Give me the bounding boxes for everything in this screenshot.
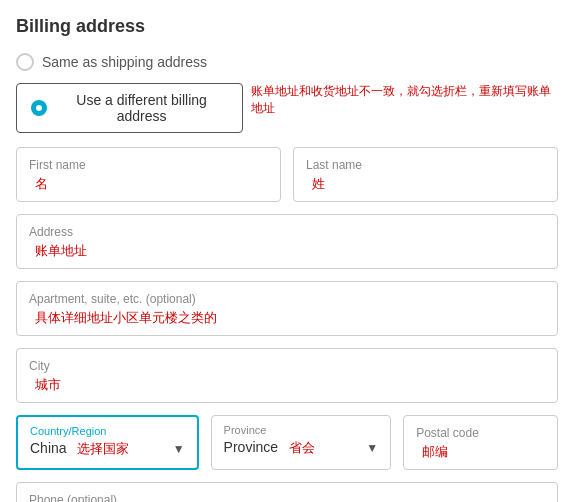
different-billing-hint: 账单地址和收货地址不一致，就勾选折栏，重新填写账单地址 — [251, 83, 558, 117]
phone-label: Phone (optional) — [29, 493, 545, 502]
first-name-label: First name — [29, 158, 268, 172]
first-name-hint: 名 — [35, 176, 48, 191]
postal-hint: 邮编 — [422, 444, 448, 459]
country-value: China — [30, 440, 67, 456]
selected-radio-dot — [31, 100, 47, 116]
country-field[interactable]: Country/Region China 选择国家 ▼ — [16, 415, 199, 470]
province-hint: 省会 — [289, 440, 315, 455]
postal-field[interactable]: Postal code 邮编 — [403, 415, 558, 470]
same-as-shipping-radio[interactable] — [16, 53, 34, 71]
different-billing-label: Use a different billing address — [55, 92, 228, 124]
province-chevron-icon: ▼ — [366, 441, 378, 455]
phone-field[interactable]: Phone (optional) 电话号码 — [16, 482, 558, 502]
first-name-field[interactable]: First name 名 — [16, 147, 281, 202]
address-label: Address — [29, 225, 545, 239]
section-title: Billing address — [16, 16, 558, 37]
postal-label: Postal code — [416, 426, 545, 440]
last-name-label: Last name — [306, 158, 545, 172]
province-value: Province — [224, 439, 278, 455]
city-label: City — [29, 359, 545, 373]
province-label: Province — [224, 424, 379, 436]
apartment-label: Apartment, suite, etc. (optional) — [29, 292, 545, 306]
address-field[interactable]: Address 账单地址 — [16, 214, 558, 269]
province-field[interactable]: Province Province 省会 ▼ — [211, 415, 392, 470]
city-hint: 城市 — [35, 377, 61, 392]
city-field[interactable]: City 城市 — [16, 348, 558, 403]
same-as-shipping-label: Same as shipping address — [42, 54, 207, 70]
last-name-field[interactable]: Last name 姓 — [293, 147, 558, 202]
apartment-field[interactable]: Apartment, suite, etc. (optional) 具体详细地址… — [16, 281, 558, 336]
last-name-hint: 姓 — [312, 176, 325, 191]
address-hint: 账单地址 — [35, 243, 87, 258]
different-billing-button[interactable]: Use a different billing address — [16, 83, 243, 133]
apartment-hint: 具体详细地址小区单元楼之类的 — [35, 310, 217, 325]
country-chevron-icon: ▼ — [173, 442, 185, 456]
country-hint: 选择国家 — [77, 441, 129, 456]
country-label: Country/Region — [30, 425, 185, 437]
